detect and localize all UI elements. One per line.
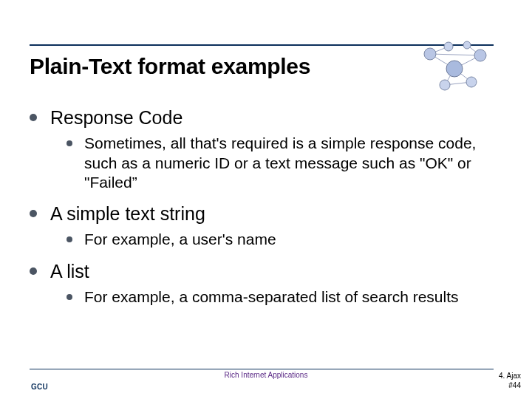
bullet-icon [66, 140, 72, 146]
slide-body: Response Code Sometimes, all that's requ… [30, 96, 502, 311]
bullet-icon [66, 236, 72, 242]
item-heading: A simple text string [50, 202, 205, 225]
slide: Plain-Text format examples [0, 0, 532, 399]
footer-right: 4. Ajax #44 [499, 372, 521, 390]
list-item: Response Code [30, 106, 502, 129]
list-subitem: For example, a comma-separated list of s… [66, 287, 502, 307]
svg-point-10 [463, 41, 471, 49]
svg-point-13 [440, 80, 450, 90]
slide-title: Plain-Text format examples [30, 54, 310, 79]
svg-point-9 [444, 42, 453, 51]
bullet-icon [66, 294, 72, 300]
item-subtext: For example, a user's name [84, 230, 276, 249]
svg-point-14 [466, 77, 477, 87]
item-heading: Response Code [50, 106, 183, 129]
bullet-icon [30, 114, 37, 121]
gcu-logo: GCU [31, 383, 48, 391]
list-item: A list [30, 260, 502, 283]
bottom-rule [30, 369, 494, 369]
item-heading: A list [50, 260, 89, 283]
bullet-icon [30, 267, 37, 275]
bullet-icon [30, 210, 37, 217]
svg-point-8 [424, 48, 436, 60]
item-subtext: Sometimes, all that's required is a simp… [84, 134, 498, 192]
footer-chapter: 4. Ajax [499, 372, 521, 381]
list-item: A simple text string [30, 202, 502, 225]
network-graphic [414, 39, 495, 95]
list-subitem: Sometimes, all that's required is a simp… [66, 134, 502, 192]
footer-center-text: Rich Internet Applications [0, 371, 532, 379]
footer-page-number: #44 [499, 381, 521, 391]
list-subitem: For example, a user's name [66, 230, 502, 249]
item-subtext: For example, a comma-separated list of s… [84, 287, 459, 307]
svg-line-7 [430, 54, 480, 55]
svg-point-11 [474, 50, 486, 61]
svg-point-12 [446, 61, 463, 77]
